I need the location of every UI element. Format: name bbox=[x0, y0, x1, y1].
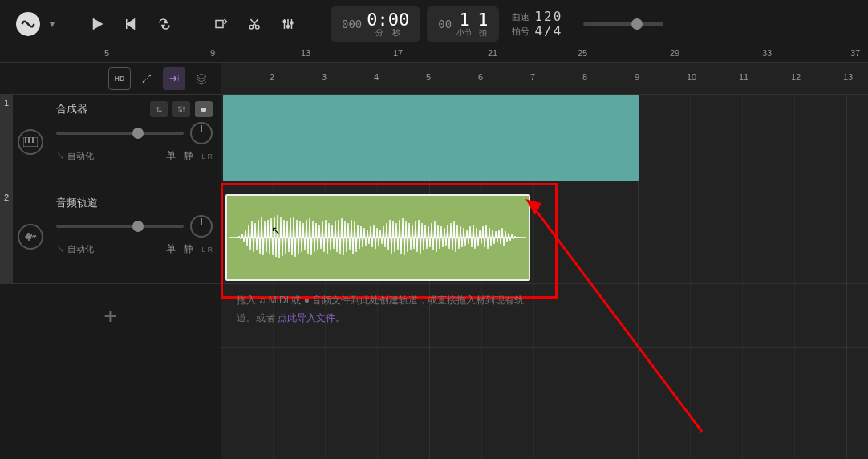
track-header-2[interactable]: 2 音频轨道 ↘ 自动化 单 静 L R bbox=[0, 189, 221, 284]
audio-wave-icon bbox=[18, 224, 43, 250]
track-header-1[interactable]: 1 合成器 ⇅ ↘ 自动化 单 静 L R bbox=[0, 95, 221, 189]
loop-button[interactable] bbox=[151, 10, 178, 38]
arrangement-area[interactable]: ↖ 拖入 ♫ MIDI 或 ● 音频文件到此处创建轨道，或直接拖入材到现有轨 道… bbox=[221, 95, 868, 459]
bar-prefix: 00 bbox=[438, 18, 452, 30]
solo-button[interactable]: 单 bbox=[166, 242, 176, 256]
cursor-icon: ↖ bbox=[271, 224, 281, 237]
expand-icon[interactable]: ⇅ bbox=[150, 101, 168, 117]
automation-toggle[interactable]: ↘ 自动化 bbox=[56, 150, 94, 162]
time-display[interactable]: 000 0:00 分 秒 bbox=[331, 6, 420, 42]
import-file-link[interactable]: 点此导入文件 bbox=[278, 312, 335, 323]
drop-zone[interactable]: 拖入 ♫ MIDI 或 ● 音频文件到此处创建轨道，或直接拖入材到现有轨 道。或… bbox=[221, 284, 868, 348]
track-number: 2 bbox=[0, 189, 13, 283]
cut-tool-button[interactable] bbox=[241, 10, 268, 38]
disc-icon: ● bbox=[304, 294, 313, 306]
automation-toggle[interactable]: ↘ 自动化 bbox=[56, 243, 94, 255]
track-name[interactable]: 合成器 bbox=[56, 102, 145, 116]
snap-button[interactable] bbox=[163, 67, 185, 90]
svg-point-4 bbox=[287, 26, 290, 28]
layers-button[interactable] bbox=[190, 67, 213, 90]
pan-knob[interactable] bbox=[190, 215, 213, 238]
plug-icon[interactable] bbox=[195, 101, 213, 117]
volume-thumb[interactable] bbox=[132, 128, 144, 139]
svg-rect-10 bbox=[28, 137, 30, 143]
volume-slider[interactable] bbox=[56, 132, 184, 135]
logo-menu-caret[interactable]: ▾ bbox=[50, 18, 55, 30]
svg-point-3 bbox=[283, 21, 286, 23]
note-icon: ♫ bbox=[258, 294, 268, 306]
svg-rect-9 bbox=[25, 137, 26, 143]
skip-back-button[interactable] bbox=[117, 10, 144, 38]
solo-button[interactable]: 单 bbox=[166, 149, 176, 163]
settings-icon[interactable] bbox=[172, 101, 190, 117]
app-logo[interactable] bbox=[16, 12, 40, 36]
add-track-button[interactable]: + bbox=[0, 284, 221, 348]
automation-view-button[interactable] bbox=[136, 67, 158, 90]
volume-thumb[interactable] bbox=[132, 221, 144, 232]
hd-button[interactable]: HD bbox=[108, 67, 131, 90]
selection-tool-button[interactable] bbox=[207, 10, 234, 38]
track-number: 1 bbox=[0, 95, 13, 189]
time-prefix: 000 bbox=[342, 18, 362, 30]
svg-point-14 bbox=[183, 108, 185, 109]
pan-knob[interactable] bbox=[190, 122, 213, 144]
waveform bbox=[227, 196, 529, 279]
time-main: 0:00 bbox=[367, 11, 409, 29]
mute-button[interactable]: 静 bbox=[184, 242, 193, 256]
mixer-button[interactable] bbox=[274, 10, 302, 38]
track-name[interactable]: 音频轨道 bbox=[56, 196, 213, 210]
piano-icon bbox=[18, 129, 43, 155]
audio-clip[interactable]: ↖ bbox=[225, 194, 530, 281]
volume-slider[interactable] bbox=[56, 225, 184, 228]
svg-rect-11 bbox=[32, 137, 34, 143]
tempo-display[interactable]: 曲速120 拍号4/4 bbox=[505, 7, 569, 41]
zoom-slider[interactable] bbox=[583, 22, 663, 26]
midi-clip[interactable] bbox=[223, 95, 639, 181]
svg-rect-0 bbox=[216, 21, 223, 28]
svg-point-5 bbox=[290, 22, 293, 24]
timeline-ruler-top[interactable]: 5 9 13 17 21 25 29 33 37 bbox=[0, 48, 868, 63]
svg-point-12 bbox=[178, 107, 180, 108]
bar-beat-display[interactable]: 00 1小节 1拍 bbox=[427, 6, 499, 42]
play-button[interactable] bbox=[83, 10, 111, 38]
timeline-ruler-bars[interactable]: 2 3 4 5 6 7 8 9 10 11 12 13 bbox=[221, 63, 868, 94]
svg-point-13 bbox=[180, 110, 182, 112]
mute-button[interactable]: 静 bbox=[184, 149, 193, 163]
zoom-thumb[interactable] bbox=[631, 18, 643, 30]
